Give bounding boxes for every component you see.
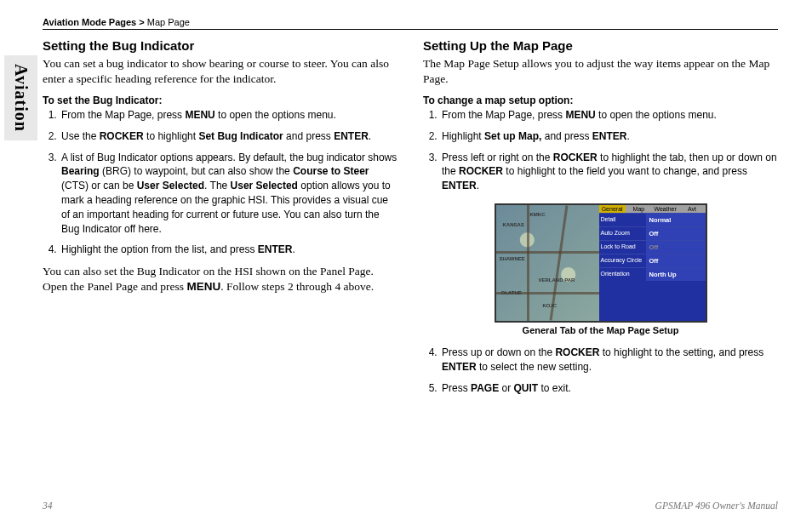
map-label: KOJC: [543, 303, 558, 308]
settings-val: Normal: [646, 214, 706, 226]
map-label: KANSAS: [503, 222, 524, 227]
left-column: Setting the Bug Indicator You can set a …: [43, 38, 397, 402]
right-heading: Setting Up the Map Page: [423, 38, 778, 53]
left-steps: From the Map Page, press MENU to open th…: [43, 108, 397, 257]
page-number: 34: [43, 500, 53, 511]
map-preview: KMKC KANSAS SHAWNEE OLATHE KOJC VERLAND …: [496, 205, 599, 321]
panel-tab-weather: Weather: [652, 205, 678, 213]
settings-key: Lock to Road: [599, 241, 646, 254]
list-item: A list of Bug Indicator options appears.…: [60, 151, 397, 237]
right-intro: The Map Page Setup allows you to adjust …: [423, 56, 778, 86]
left-followup: You can also set the Bug Indicator on th…: [43, 264, 397, 294]
page-footer: 34 GPSMAP 496 Owner's Manual: [43, 500, 778, 511]
settings-row: Lock to Road Off: [599, 240, 706, 254]
settings-key: Orientation: [599, 268, 646, 281]
panel-tab-map: Map: [626, 205, 652, 213]
settings-row: Accuracy Circle Off: [599, 254, 706, 267]
breadcrumb-category: Aviation Mode Pages >: [43, 17, 145, 27]
right-steps-b: Press up or down on the ROCKER to highli…: [423, 346, 778, 395]
settings-row: Detail Normal: [599, 213, 706, 226]
list-item: Highlight Set up Map, and press ENTER.: [440, 129, 778, 144]
settings-panel: General Map Weather Avt Detail Normal Au…: [599, 205, 706, 321]
settings-key: Detail: [599, 214, 646, 226]
list-item: Press PAGE or QUIT to exit.: [440, 381, 778, 396]
list-item: Press up or down on the ROCKER to highli…: [440, 346, 778, 374]
manual-title: GPSMAP 496 Owner's Manual: [655, 500, 778, 511]
list-item: Use the ROCKER to highlight Set Bug Indi…: [60, 129, 397, 144]
left-subhead: To set the Bug Indicator:: [43, 94, 397, 106]
settings-val: North Up: [646, 268, 706, 281]
list-item: From the Map Page, press MENU to open th…: [60, 108, 397, 123]
panel-tabs: General Map Weather Avt: [599, 205, 706, 213]
right-steps-a: From the Map Page, press MENU to open th…: [423, 108, 778, 193]
left-heading: Setting the Bug Indicator: [43, 38, 397, 53]
map-label: VERLAND PAR: [539, 277, 575, 283]
list-item: Press left or right on the ROCKER to hig…: [440, 151, 778, 193]
setup-figure: KMKC KANSAS SHAWNEE OLATHE KOJC VERLAND …: [495, 203, 707, 335]
panel-tab-avt: Avt: [678, 205, 705, 213]
settings-val: Off: [646, 254, 706, 267]
left-intro: You can set a bug indicator to show bear…: [43, 56, 397, 86]
setup-screenshot: KMKC KANSAS SHAWNEE OLATHE KOJC VERLAND …: [495, 203, 707, 323]
settings-val: Off: [646, 241, 706, 254]
settings-row: Auto Zoom Off: [599, 226, 706, 240]
map-label: KMKC: [530, 212, 546, 217]
panel-tab-general: General: [599, 205, 626, 213]
list-item: From the Map Page, press MENU to open th…: [440, 108, 778, 123]
list-item: Highlight the option from the list, and …: [60, 243, 397, 257]
figure-caption: General Tab of the Map Page Setup: [495, 325, 707, 335]
right-column: Setting Up the Map Page The Map Page Set…: [423, 38, 778, 402]
section-tab: Aviation: [4, 55, 37, 140]
settings-key: Accuracy Circle: [599, 254, 646, 267]
map-label: OLATHE: [501, 290, 522, 295]
right-subhead: To change a map setup option:: [423, 94, 778, 106]
map-label: SHAWNEE: [500, 256, 525, 261]
settings-row: Orientation North Up: [599, 267, 706, 281]
settings-val: Off: [646, 227, 706, 240]
settings-key: Auto Zoom: [599, 227, 646, 240]
breadcrumb-page: Map Page: [145, 17, 190, 27]
breadcrumb: Aviation Mode Pages > Map Page: [43, 17, 778, 30]
